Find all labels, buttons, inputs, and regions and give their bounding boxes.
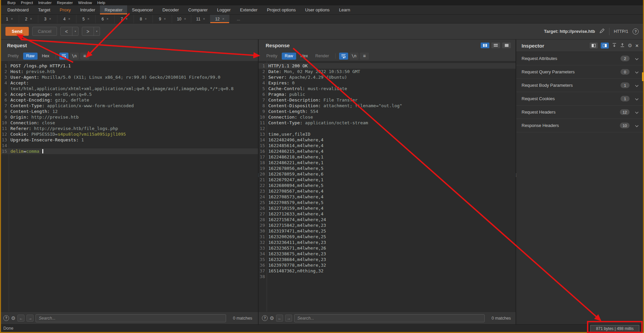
repeater-tab-3[interactable]: 3× bbox=[38, 15, 57, 23]
inspector-dock-right-button[interactable] bbox=[601, 43, 609, 49]
view-tab-hex[interactable]: Hex bbox=[39, 53, 52, 60]
inspector-section-request-body-parameters[interactable]: Request Body Parameters1 bbox=[516, 79, 644, 92]
layout-rows-button[interactable] bbox=[491, 43, 500, 48]
editor-menu-icon[interactable]: ≡ bbox=[80, 53, 89, 60]
menu-item-intruder[interactable]: Intruder bbox=[36, 1, 54, 5]
repeater-tab-5[interactable]: 5× bbox=[76, 15, 96, 23]
tab-sequencer[interactable]: Sequencer bbox=[127, 5, 158, 14]
search-help-icon[interactable]: ? bbox=[262, 315, 268, 321]
collapse-all-icon[interactable] bbox=[612, 43, 617, 49]
response-inspector-divider[interactable]: ⋮ bbox=[516, 40, 516, 324]
line-number: 34 bbox=[259, 251, 267, 257]
editor-line: 251622708579,m4lwhere,5 bbox=[259, 200, 516, 205]
inspector-section-request-headers[interactable]: Request Headers12 bbox=[516, 106, 644, 119]
inspector-section-request-cookies[interactable]: Request Cookies1 bbox=[516, 92, 644, 106]
editor-line: 38 bbox=[259, 274, 516, 279]
wrap-lines-icon[interactable] bbox=[59, 53, 68, 60]
view-tab-render[interactable]: Render bbox=[312, 53, 332, 60]
inspector-close-icon[interactable]: × bbox=[635, 43, 639, 49]
response-editor[interactable]: 1HTTP/1.1 200 OK2Date: Mon, 02 May 2022 … bbox=[259, 61, 516, 312]
tab-logger[interactable]: Logger bbox=[212, 5, 235, 14]
tab-decoder[interactable]: Decoder bbox=[158, 5, 183, 14]
tab-target[interactable]: Target bbox=[34, 5, 55, 14]
editor-line: text/html,application/xhtml+xml,applicat… bbox=[0, 86, 258, 91]
repeater-tab-11[interactable]: 11× bbox=[191, 15, 210, 23]
view-tab-pretty[interactable]: Pretty bbox=[263, 53, 280, 60]
tab-repeater[interactable]: Repeater bbox=[100, 5, 127, 14]
back-dropdown-icon[interactable]: ▾ bbox=[72, 27, 78, 36]
tab-project-options[interactable]: Project options bbox=[262, 5, 301, 14]
expand-all-icon[interactable] bbox=[620, 43, 625, 49]
help-icon[interactable]: ? bbox=[633, 28, 639, 35]
close-tab-icon[interactable]: × bbox=[203, 17, 205, 21]
menu-item-burp[interactable]: Burp bbox=[5, 1, 18, 5]
tab-user-options[interactable]: User options bbox=[301, 5, 334, 14]
menu-item-repeater[interactable]: Repeater bbox=[54, 1, 75, 5]
repeater-tab-1[interactable]: 1× bbox=[0, 15, 19, 23]
close-tab-icon[interactable]: × bbox=[87, 17, 89, 21]
view-tab-pretty[interactable]: Pretty bbox=[5, 53, 22, 60]
repeater-tab-4[interactable]: 4× bbox=[57, 15, 76, 23]
wrap-lines-icon[interactable] bbox=[339, 53, 348, 60]
close-tab-icon[interactable]: × bbox=[184, 17, 186, 21]
layout-columns-button[interactable] bbox=[481, 43, 489, 48]
tab-dashboard[interactable]: Dashboard bbox=[3, 5, 34, 14]
search-next-button[interactable]: → bbox=[26, 315, 34, 322]
view-tab-raw[interactable]: Raw bbox=[23, 53, 38, 60]
repeater-tab-6[interactable]: 6× bbox=[96, 15, 115, 23]
search-help-icon[interactable]: ? bbox=[3, 315, 9, 321]
tab-extender[interactable]: Extender bbox=[235, 5, 262, 14]
menu-item-project[interactable]: Project bbox=[18, 1, 36, 5]
tab-proxy[interactable]: Proxy bbox=[55, 5, 75, 14]
search-settings-icon[interactable]: ⚙ bbox=[11, 315, 15, 321]
tab-comparer[interactable]: Comparer bbox=[183, 5, 212, 14]
tab-learn[interactable]: Learn bbox=[334, 5, 355, 14]
close-tab-icon[interactable]: × bbox=[49, 17, 51, 21]
close-tab-icon[interactable]: × bbox=[68, 17, 70, 21]
close-tab-icon[interactable]: × bbox=[30, 17, 32, 21]
cancel-button[interactable]: Cancel bbox=[32, 27, 57, 36]
repeater-tab-12[interactable]: 12× bbox=[210, 15, 229, 23]
forward-dropdown-icon[interactable]: ▾ bbox=[94, 27, 100, 36]
edit-target-icon[interactable] bbox=[599, 28, 605, 35]
view-tab-raw[interactable]: Raw bbox=[282, 53, 296, 60]
history-back-button[interactable]: < ▾ bbox=[60, 27, 78, 36]
search-prev-button[interactable]: ← bbox=[17, 315, 24, 322]
tab-intruder[interactable]: Intruder bbox=[75, 5, 100, 14]
editor-line: 7Content-Description: File Transfer bbox=[259, 97, 516, 103]
request-editor[interactable]: 1POST /logs.php HTTP/1.12Host: previse.h… bbox=[0, 61, 258, 312]
line-number: 13 bbox=[259, 131, 267, 137]
view-tab-hex[interactable]: Hex bbox=[298, 53, 311, 60]
editor-menu-icon[interactable]: ≡ bbox=[360, 53, 369, 60]
inspector-section-request-attributes[interactable]: Request Attributes2 bbox=[516, 52, 644, 65]
close-tab-icon[interactable]: × bbox=[145, 17, 147, 21]
close-tab-icon[interactable]: × bbox=[125, 17, 127, 21]
search-prev-button[interactable]: ← bbox=[276, 315, 283, 322]
menu-item-window[interactable]: Window bbox=[75, 1, 95, 5]
line-number: 4 bbox=[0, 80, 9, 86]
repeater-tab-7[interactable]: 7× bbox=[115, 15, 134, 23]
repeater-tab-2[interactable]: 2× bbox=[19, 15, 38, 23]
repeater-tab-10[interactable]: 10× bbox=[172, 15, 191, 23]
history-forward-button[interactable]: > ▾ bbox=[82, 27, 100, 36]
request-search-input[interactable] bbox=[36, 314, 226, 322]
tab-overflow-menu[interactable]: ... bbox=[229, 15, 240, 23]
search-next-button[interactable]: → bbox=[285, 315, 292, 322]
search-settings-icon[interactable]: ⚙ bbox=[270, 315, 274, 321]
inspector-settings-icon[interactable]: ⚙ bbox=[628, 43, 632, 49]
show-newlines-icon[interactable]: \n bbox=[350, 53, 359, 60]
inspector-section-response-headers[interactable]: Response Headers10 bbox=[516, 119, 644, 132]
repeater-tab-8[interactable]: 8× bbox=[134, 15, 153, 23]
menu-item-help[interactable]: Help bbox=[95, 1, 108, 5]
inspector-dock-left-button[interactable] bbox=[590, 43, 598, 49]
close-tab-icon[interactable]: × bbox=[11, 17, 13, 21]
show-newlines-icon[interactable]: \n bbox=[70, 53, 79, 60]
close-tab-icon[interactable]: × bbox=[106, 17, 108, 21]
layout-single-button[interactable] bbox=[502, 43, 511, 48]
close-tab-icon[interactable]: × bbox=[222, 17, 224, 21]
repeater-tab-9[interactable]: 9× bbox=[153, 15, 172, 23]
response-search-input[interactable] bbox=[294, 314, 485, 322]
close-tab-icon[interactable]: × bbox=[164, 17, 166, 21]
send-button[interactable]: Send bbox=[5, 27, 29, 36]
inspector-section-request-query-parameters[interactable]: Request Query Parameters0 bbox=[516, 65, 644, 79]
